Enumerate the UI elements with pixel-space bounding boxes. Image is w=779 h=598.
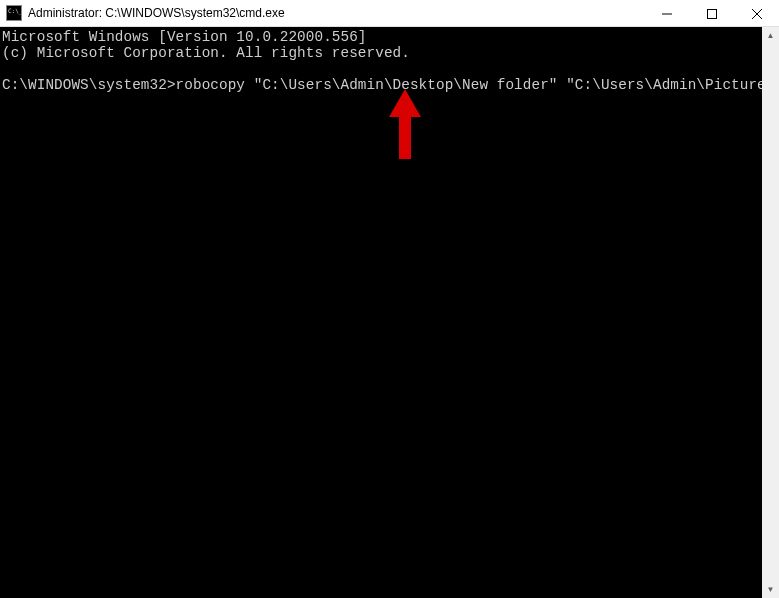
vertical-scrollbar[interactable]: ▲ ▼: [762, 27, 779, 598]
scroll-down-arrow-icon[interactable]: ▼: [762, 581, 779, 598]
window-titlebar: Administrator: C:\WINDOWS\system32\cmd.e…: [0, 0, 779, 27]
terminal-area[interactable]: Microsoft Windows [Version 10.0.22000.55…: [0, 27, 779, 598]
cmd-icon: [6, 5, 22, 21]
terminal-output: Microsoft Windows [Version 10.0.22000.55…: [0, 27, 779, 93]
copyright-line: (c) Microsoft Corporation. All rights re…: [2, 45, 410, 61]
maximize-button[interactable]: [689, 0, 734, 27]
svg-rect-1: [707, 9, 716, 18]
window-controls: [644, 0, 779, 26]
red-arrow-annotation-icon: [385, 89, 425, 169]
minimize-button[interactable]: [644, 0, 689, 27]
window-title: Administrator: C:\WINDOWS\system32\cmd.e…: [28, 6, 644, 20]
scroll-up-arrow-icon[interactable]: ▲: [762, 27, 779, 44]
version-line: Microsoft Windows [Version 10.0.22000.55…: [2, 29, 367, 45]
command-input[interactable]: robocopy "C:\Users\Admin\Desktop\New fol…: [176, 77, 779, 93]
close-button[interactable]: [734, 0, 779, 27]
prompt: C:\WINDOWS\system32>: [2, 77, 176, 93]
scroll-track[interactable]: [762, 44, 779, 581]
